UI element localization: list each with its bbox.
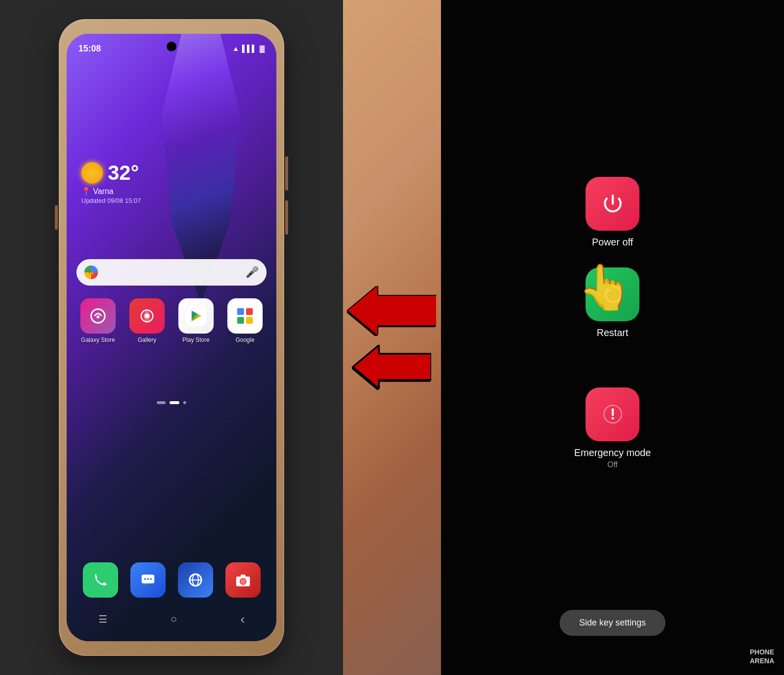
location-row: 📍 Varna bbox=[81, 187, 141, 196]
app-item-google[interactable]: Google bbox=[223, 298, 267, 343]
signal-icon: ▌▌▌ bbox=[242, 45, 257, 52]
volume-up-button[interactable] bbox=[285, 156, 288, 191]
svg-marker-13 bbox=[144, 583, 147, 585]
emergency-circle: ! bbox=[586, 387, 639, 441]
battery-icon: ▓ bbox=[260, 45, 265, 52]
samsung-internet-icon bbox=[178, 562, 213, 598]
dock-phone[interactable] bbox=[76, 562, 124, 598]
galaxy-store-label: Galaxy Store bbox=[81, 337, 115, 343]
phone-wrapper: 15:08 ▲ ▌▌▌ ▓ 32° 📍 Varna bbox=[54, 9, 289, 666]
svg-point-2 bbox=[97, 315, 99, 318]
svg-marker-26 bbox=[353, 345, 431, 389]
dock bbox=[76, 558, 267, 602]
camera-app-icon bbox=[225, 562, 261, 598]
dock-samsung-internet[interactable] bbox=[172, 562, 219, 598]
restart-item[interactable]: Restart 👆 bbox=[586, 267, 639, 338]
gallery-icon bbox=[129, 298, 165, 334]
sun-icon bbox=[81, 162, 103, 184]
home-button[interactable]: ○ bbox=[171, 613, 177, 626]
svg-rect-11 bbox=[246, 317, 253, 324]
page-indicators bbox=[67, 401, 276, 404]
svg-point-16 bbox=[150, 578, 152, 580]
play-store-label: Play Store bbox=[182, 337, 209, 343]
svg-point-4 bbox=[145, 313, 149, 318]
right-section: Power off Restart 👆 ! Emergency mo bbox=[441, 0, 784, 675]
weather-temp-row: 32° bbox=[81, 161, 141, 185]
emergency-mode-item[interactable]: ! Emergency mode Off bbox=[574, 387, 651, 469]
location-text: Varna bbox=[93, 187, 114, 196]
svg-point-22 bbox=[241, 579, 245, 584]
phone-screen: 15:08 ▲ ▌▌▌ ▓ 32° 📍 Varna bbox=[67, 34, 276, 641]
phonearena-watermark: PHONE ARENA bbox=[750, 648, 774, 665]
camera-hole bbox=[167, 42, 176, 51]
power-off-icon bbox=[599, 190, 626, 217]
svg-rect-10 bbox=[237, 317, 244, 324]
phone-app-icon bbox=[83, 562, 118, 598]
power-side-button[interactable] bbox=[55, 205, 58, 230]
status-icons: ▲ ▌▌▌ ▓ bbox=[232, 45, 265, 52]
svg-point-14 bbox=[144, 578, 146, 580]
svg-point-15 bbox=[147, 578, 149, 580]
pin-icon: 📍 bbox=[81, 187, 91, 196]
dock-camera[interactable] bbox=[219, 562, 267, 598]
emergency-icon: ! bbox=[599, 401, 626, 428]
middle-section: .arrows-container svg { transform: scale… bbox=[343, 0, 441, 675]
hand-cursor-icon: 👆 bbox=[578, 261, 633, 313]
lower-arrow bbox=[353, 345, 431, 389]
svg-text:!: ! bbox=[610, 405, 615, 423]
watermark-line2: ARENA bbox=[750, 656, 774, 665]
play-store-icon bbox=[178, 298, 214, 334]
power-menu: Power off Restart 👆 ! Emergency mo bbox=[574, 177, 651, 469]
left-section: 15:08 ▲ ▌▌▌ ▓ 32° 📍 Varna bbox=[0, 0, 343, 675]
volume-down-button[interactable] bbox=[285, 200, 288, 235]
watermark-line1: PHONE bbox=[750, 648, 774, 656]
phone-body: 15:08 ▲ ▌▌▌ ▓ 32° 📍 Varna bbox=[59, 19, 284, 656]
svg-rect-23 bbox=[241, 575, 245, 578]
google-app-icon bbox=[227, 298, 263, 334]
temperature: 32° bbox=[108, 161, 139, 185]
app-grid: Galaxy Store Gallery bbox=[76, 298, 267, 343]
updated-text: Updated 09/08 15:07 bbox=[81, 197, 141, 204]
arrows-container bbox=[348, 286, 436, 389]
power-off-label: Power off bbox=[592, 237, 633, 248]
google-label: Google bbox=[236, 337, 255, 343]
galaxy-store-icon bbox=[80, 298, 116, 334]
svg-rect-8 bbox=[237, 308, 244, 315]
status-time: 15:08 bbox=[78, 44, 101, 54]
wifi-icon: ▲ bbox=[232, 45, 239, 52]
dock-messages[interactable] bbox=[124, 562, 172, 598]
app-item-play-store[interactable]: Play Store bbox=[174, 298, 218, 343]
svg-rect-9 bbox=[246, 308, 253, 315]
weather-widget: 32° 📍 Varna Updated 09/08 15:07 bbox=[81, 161, 141, 204]
messages-icon bbox=[130, 562, 166, 598]
gallery-label: Gallery bbox=[138, 337, 156, 343]
power-off-circle bbox=[586, 177, 639, 231]
indicator-3 bbox=[183, 401, 186, 404]
back-button[interactable]: ‹ bbox=[241, 612, 245, 627]
app-item-gallery[interactable]: Gallery bbox=[125, 298, 169, 343]
search-bar[interactable]: G 🎤 bbox=[76, 259, 267, 286]
app-item-galaxy-store[interactable]: Galaxy Store bbox=[76, 298, 120, 343]
indicator-1 bbox=[157, 401, 166, 404]
nav-bar: ☰ ○ ‹ bbox=[67, 607, 276, 631]
upper-arrow bbox=[348, 286, 436, 335]
recent-apps-button[interactable]: ☰ bbox=[98, 613, 107, 625]
restart-label: Restart bbox=[597, 327, 628, 338]
emergency-status: Off bbox=[607, 460, 617, 469]
emergency-mode-label: Emergency mode bbox=[574, 447, 651, 458]
power-off-item[interactable]: Power off bbox=[586, 177, 639, 248]
google-logo: G bbox=[84, 265, 98, 279]
mic-icon[interactable]: 🎤 bbox=[245, 266, 259, 279]
svg-marker-25 bbox=[348, 286, 436, 335]
side-key-settings-button[interactable]: Side key settings bbox=[560, 610, 665, 636]
indicator-2 bbox=[170, 401, 179, 404]
